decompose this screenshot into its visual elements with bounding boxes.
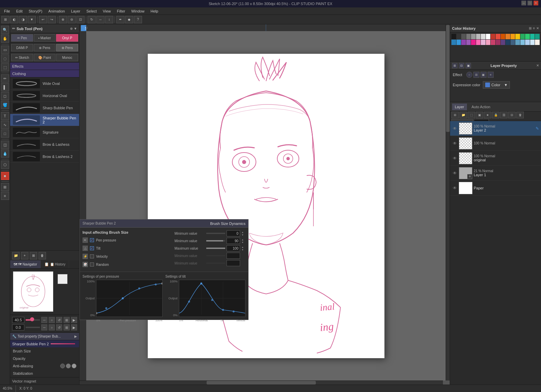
opacity-step-up[interactable]: ○ — [49, 324, 55, 330]
canvas-scroll-h[interactable] — [79, 381, 443, 385]
dynamics-down-min2[interactable]: ▼ — [241, 241, 245, 244]
color-cell-35[interactable] — [535, 40, 540, 45]
tool-lasso[interactable]: ◌ — [1, 54, 9, 63]
color-cell-1[interactable] — [456, 34, 461, 39]
layer-item-layer1[interactable]: 👁 ⊞ 21 % Normal Layer 1 — [450, 166, 541, 181]
effects-bar[interactable]: Effects — [10, 63, 79, 70]
effect-btn-1[interactable]: ○ — [466, 72, 472, 78]
tool-marker[interactable]: ▌ — [1, 83, 9, 91]
subtb-btn-1[interactable]: ⊞ — [1, 16, 9, 23]
menu-story[interactable]: Story(P) — [26, 8, 45, 14]
layer-tb-merge[interactable]: ⊟ — [508, 112, 516, 118]
opacity-value[interactable]: 0.0 — [12, 324, 24, 330]
cat-sketch[interactable]: ✏ Sketch — [11, 54, 33, 61]
menu-window[interactable]: Window — [128, 8, 147, 14]
brush-item-sharp-bubble[interactable]: Sharp Bubble Pen — [10, 102, 79, 114]
layer-visibility-2[interactable]: 👁 — [452, 126, 457, 131]
drawing-canvas[interactable]: inal ing — [86, 31, 446, 381]
brush-item-sharper-bubble[interactable]: Sharper Bubble Pen 2 — [10, 114, 79, 126]
color-dropdown[interactable]: Color ▼ — [483, 81, 510, 89]
subtb-question[interactable]: ? — [134, 16, 142, 23]
layer-prop-icon3[interactable]: ▣ — [466, 63, 471, 68]
color-cell-29[interactable] — [505, 40, 510, 45]
opacity-reset[interactable]: ↺ — [56, 324, 62, 330]
menu-view[interactable]: View — [100, 8, 114, 14]
tool-text[interactable]: T — [1, 112, 9, 120]
nav-tab-navigator[interactable]: 🗺 🗺 Navigator — [10, 260, 41, 268]
cat-paint[interactable]: 🎨 Paint — [34, 54, 56, 61]
layer-prop-close[interactable]: ✕ — [536, 64, 539, 67]
color-cell-12[interactable] — [511, 34, 515, 39]
color-cell-9[interactable] — [496, 34, 500, 39]
color-cell-25[interactable] — [486, 40, 491, 45]
canvas-scroll-v[interactable] — [446, 24, 450, 381]
color-cell-2[interactable] — [461, 34, 466, 39]
color-cell-32[interactable] — [520, 40, 525, 45]
subtb-zoom-out[interactable]: ⊖ — [68, 16, 76, 23]
brush-item-brow-lash[interactable]: Brow & Lashess — [10, 138, 79, 151]
layer-tb-new[interactable]: ⊞ — [451, 112, 459, 118]
cat-mono[interactable]: Monoc — [56, 54, 78, 61]
tilt-graph-box[interactable]: 0% Horizontal Tilt Vertical — [179, 280, 245, 317]
layer-visibility-1[interactable]: 👁 — [452, 170, 457, 176]
layer-tab-auto-action[interactable]: Auto Action — [469, 103, 493, 110]
clothing-bar[interactable]: Clothing — [10, 70, 79, 77]
layer-item-layer2[interactable]: 👁 100 % Normal Layer 2 ✎ — [450, 121, 541, 136]
color-cell-28[interactable] — [501, 40, 505, 45]
color-cell-18[interactable] — [451, 40, 456, 45]
brush-copy-btn[interactable]: ⊞ — [30, 252, 37, 259]
tool-color-primary[interactable]: ■ — [1, 172, 9, 180]
minimize-btn[interactable]: ─ — [521, 1, 526, 5]
tool-prop-expand-btn[interactable]: ▶ — [74, 335, 77, 338]
color-cell-6[interactable] — [481, 34, 486, 39]
color-cell-21[interactable] — [466, 40, 471, 45]
color-cell-20[interactable] — [461, 40, 466, 45]
color-cell-5[interactable] — [476, 34, 481, 39]
tool-vector[interactable]: ∿ — [1, 121, 9, 129]
dynamics-check-velocity[interactable] — [90, 254, 94, 258]
color-cell-34[interactable] — [530, 40, 535, 45]
tool-eyedrop[interactable]: 💧 — [1, 149, 9, 158]
layer-tb-lock[interactable]: 🔒 — [492, 112, 499, 118]
dynamics-down-min1[interactable]: ▼ — [241, 234, 245, 236]
color-cell-0[interactable] — [451, 34, 456, 39]
menu-layer[interactable]: Layer — [68, 8, 83, 14]
brush-size-slider[interactable] — [26, 319, 40, 321]
brush-add-btn[interactable]: + — [21, 252, 28, 259]
dynamics-val-min1[interactable]: 0 — [227, 230, 240, 236]
effect-btn-4[interactable]: ≡ — [488, 72, 494, 78]
color-cell-3[interactable] — [466, 34, 471, 39]
layer-prop-icon2[interactable]: ⊟ — [459, 63, 464, 68]
subtb-flip-h[interactable]: ↔ — [96, 16, 104, 23]
subtb-zoom-in[interactable]: ⊕ — [59, 16, 67, 23]
tool-select[interactable]: ▭ — [1, 46, 9, 54]
color-cell-30[interactable] — [511, 40, 515, 45]
aa-btn-2[interactable] — [66, 364, 71, 368]
subtb-btn-2[interactable]: ◐ — [10, 16, 18, 23]
cat-onyi[interactable]: Onyi P — [56, 34, 78, 42]
color-cell-27[interactable] — [496, 40, 500, 45]
cat-pens2[interactable]: ⊕ Pens — [56, 44, 78, 51]
tool-fill[interactable]: 🪣 — [1, 101, 9, 109]
subtool-close-btn[interactable]: ▼ — [74, 27, 77, 30]
close-btn[interactable]: ✕ — [534, 1, 538, 5]
tool-extra-2[interactable]: ≡ — [1, 192, 9, 200]
color-cell-4[interactable] — [471, 34, 476, 39]
cat-pens1[interactable]: ⊕ Pens — [34, 44, 56, 51]
aa-btn-3[interactable] — [72, 364, 76, 368]
layer-item-paper[interactable]: 👁 Paper — [450, 181, 541, 195]
cat-dami[interactable]: DAMI P — [11, 44, 33, 51]
menu-animation[interactable]: Animation — [46, 8, 68, 14]
color-cell-31[interactable] — [515, 40, 520, 45]
tool-3d[interactable]: ⬡ — [1, 161, 9, 169]
brush-size-copy[interactable]: ⊞ — [64, 317, 70, 323]
color-cell-24[interactable] — [481, 40, 486, 45]
tool-pen[interactable]: ✏ — [1, 74, 9, 83]
tool-shape[interactable]: □ — [1, 130, 9, 138]
brush-size-value[interactable]: 40.5 — [12, 317, 24, 323]
dynamics-check-tilt[interactable]: ✓ — [90, 246, 94, 250]
nav-tab-history[interactable]: 📋 📋 History — [41, 260, 69, 268]
tool-extra-1[interactable]: ⊞ — [1, 183, 9, 191]
brush-item-signature[interactable]: Signature — [10, 126, 79, 138]
color-hist-btn3[interactable]: ✕ — [536, 26, 539, 30]
